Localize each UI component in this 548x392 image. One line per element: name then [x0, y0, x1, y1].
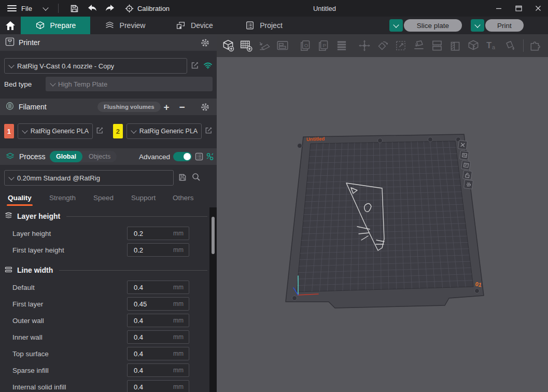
remove-filament-button[interactable]: − — [176, 102, 188, 112]
tab-project[interactable]: Project — [229, 17, 299, 34]
filament-1-color-badge[interactable]: 1 — [4, 124, 14, 138]
chevron-down-icon[interactable] — [43, 5, 48, 10]
arrange-plate-icon[interactable] — [461, 160, 471, 170]
search-settings-icon[interactable] — [192, 173, 201, 183]
calibration-button[interactable]: Calibration — [125, 4, 170, 13]
group-header-line-width: Line width — [0, 261, 217, 279]
tab-device[interactable]: Device — [160, 17, 229, 34]
delete-plate-icon[interactable] — [458, 140, 468, 150]
viewport-canvas[interactable]: Untitled 01 — [217, 57, 548, 392]
build-plate-scene: Untitled 01 — [217, 57, 548, 392]
rotate-icon[interactable] — [376, 39, 389, 52]
settings-scrollbar-thumb[interactable] — [212, 217, 215, 254]
add-text-icon[interactable]: Ta — [485, 39, 498, 52]
edit-filament-1-icon[interactable] — [96, 127, 104, 136]
filament-2-preset-select[interactable]: RatRig Generic PLA — [127, 123, 202, 139]
process-preset-row: 0.20mm Standard @RatRig — [4, 170, 213, 186]
compare-presets-icon[interactable] — [206, 152, 214, 162]
print-button[interactable]: Print — [485, 19, 524, 32]
cut-icon[interactable] — [430, 39, 444, 52]
scope-global-button[interactable]: Global — [50, 151, 82, 162]
parameter-list-icon[interactable] — [195, 152, 203, 162]
save-icon — [70, 4, 79, 13]
filament-slots-row: 1 RatRig Generic PLA 2 RatRig Generic PL… — [4, 123, 213, 139]
scale-icon[interactable] — [394, 39, 408, 52]
print-options-button[interactable] — [471, 19, 484, 32]
line-width-inner-wall-input[interactable]: 0.4 mm — [127, 330, 189, 344]
setting-row: Layer height 0.2 mm — [0, 225, 217, 242]
line-width-outer-wall-input[interactable]: 0.4 mm — [127, 314, 189, 327]
process-preset-select[interactable]: 0.20mm Standard @RatRig — [4, 170, 174, 186]
settings-scrollbar-track[interactable] — [209, 207, 217, 392]
filament-2-color-badge[interactable]: 2 — [113, 124, 123, 138]
lay-on-face-icon[interactable] — [412, 39, 426, 52]
printer-preset-select[interactable]: RatRig V-Cast 0.4 nozzle - Copy — [4, 58, 187, 74]
add-object-icon[interactable] — [221, 39, 235, 52]
lock-plate-icon[interactable] — [462, 170, 472, 180]
line-width-default-input[interactable]: 0.4 mm — [127, 281, 189, 294]
redo-button[interactable] — [101, 1, 119, 16]
line-width-sparse-infill-input[interactable]: 0.4 mm — [127, 363, 189, 377]
maximize-button[interactable] — [509, 0, 528, 17]
preview-icon — [105, 21, 115, 30]
filament-2-preset-value: RatRig Generic PLA — [139, 128, 198, 135]
line-width-icon — [4, 266, 13, 275]
move-icon[interactable] — [358, 39, 371, 52]
undo-icon — [87, 4, 97, 12]
auto-orient-icon[interactable] — [258, 39, 271, 52]
save-preset-icon[interactable] — [178, 173, 187, 183]
support-painting-icon[interactable] — [448, 39, 462, 52]
bed-type-select[interactable]: High Temp Plate — [46, 77, 213, 91]
tab-quality[interactable]: Quality — [8, 194, 32, 202]
tab-preview[interactable]: Preview — [90, 17, 160, 34]
mesh-boolean-icon[interactable] — [467, 39, 480, 52]
slice-options-button[interactable] — [389, 19, 403, 32]
line-width-first-layer-input[interactable]: 0.45 mm — [127, 297, 189, 311]
auto-orient-plate-icon[interactable] — [459, 150, 469, 160]
build-plate-grid-area — [297, 141, 473, 292]
add-plate-icon[interactable] — [240, 39, 253, 52]
variable-layer-height-icon[interactable] — [335, 39, 348, 52]
plate-settings-icon[interactable] — [463, 179, 473, 189]
filament-settings-gear-icon[interactable] — [201, 103, 209, 113]
printer-connection-wifi-icon[interactable] — [203, 62, 213, 71]
advanced-toggle[interactable] — [173, 152, 192, 161]
home-button[interactable] — [0, 17, 21, 34]
assembly-view-icon[interactable] — [529, 39, 542, 52]
printer-settings-gear-icon[interactable] — [201, 38, 209, 49]
print-split-button: Print — [471, 19, 524, 32]
close-button[interactable] — [528, 0, 548, 17]
tab-support[interactable]: Support — [131, 194, 156, 202]
tab-prepare[interactable]: Prepare — [21, 17, 90, 34]
tab-others[interactable]: Others — [173, 194, 194, 202]
minimize-button[interactable] — [489, 0, 509, 17]
tab-strength[interactable]: Strength — [49, 194, 76, 202]
first-layer-height-input[interactable]: 0.2 mm — [127, 243, 189, 257]
add-filament-button[interactable]: + — [161, 102, 172, 112]
line-width-internal-solid-infill-input[interactable]: 0.4 mm — [127, 380, 189, 392]
filament-section-header: Filament Flushing volumes + − — [0, 99, 217, 115]
menu-icon[interactable] — [7, 5, 17, 11]
tab-prepare-label: Prepare — [50, 21, 76, 30]
tab-speed[interactable]: Speed — [93, 194, 114, 202]
line-width-top-surface-input[interactable]: 0.4 mm — [127, 347, 189, 360]
filament-1-preset-select[interactable]: RatRig Generic PLA — [18, 123, 93, 139]
divider — [66, 216, 207, 217]
arrange-icon[interactable] — [276, 39, 289, 52]
flushing-volumes-button[interactable]: Flushing volumes — [97, 102, 161, 112]
slice-plate-button[interactable]: Slice plate — [404, 19, 462, 32]
color-painting-icon[interactable] — [503, 39, 516, 52]
edit-printer-preset-icon[interactable] — [191, 61, 199, 71]
project-icon — [245, 21, 255, 30]
layer-height-input[interactable]: 0.2 mm — [127, 227, 189, 240]
file-menu[interactable]: File — [21, 5, 32, 12]
undo-button[interactable] — [83, 1, 101, 16]
split-to-objects-icon[interactable]: O — [299, 39, 312, 52]
plate-name-label[interactable]: Untitled — [306, 136, 325, 142]
scope-objects-button[interactable]: Objects — [82, 151, 117, 162]
edit-filament-2-icon[interactable] — [205, 127, 213, 136]
split-to-parts-icon[interactable]: P — [317, 39, 330, 52]
save-button[interactable] — [66, 1, 83, 16]
group-header-layer-height: Layer height — [0, 207, 217, 225]
titlebar: File Calibration Untitled — [0, 0, 548, 17]
